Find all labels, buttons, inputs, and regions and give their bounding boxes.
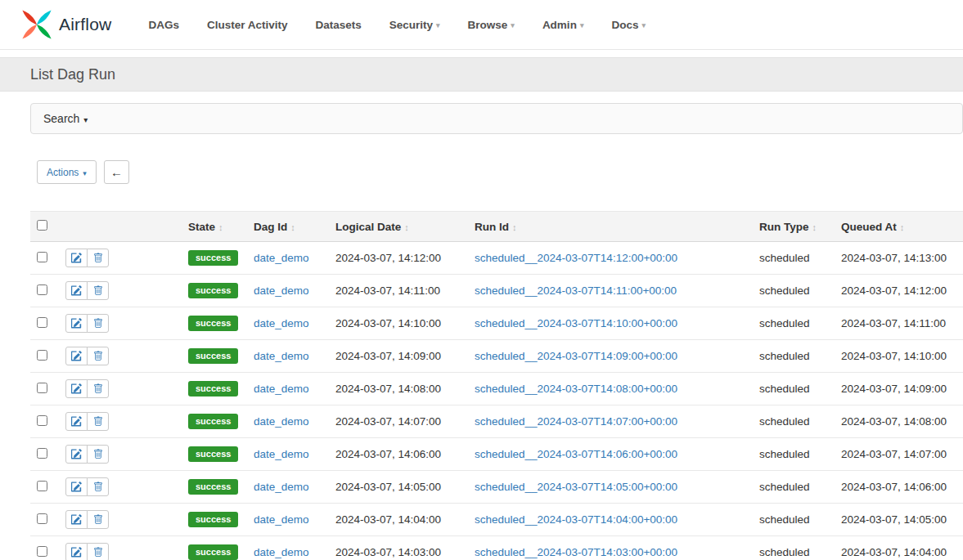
logical-date-cell: 2024-03-07, 14:08:00: [329, 373, 468, 405]
select-all-checkbox[interactable]: [37, 220, 47, 231]
run-id-link[interactable]: scheduled__2024-03-07T14:07:00+00:00: [475, 415, 677, 428]
nav-item-browse[interactable]: Browse ▾: [468, 19, 515, 31]
delete-record-button[interactable]: [87, 347, 109, 365]
edit-record-button[interactable]: [65, 314, 88, 333]
edit-record-button[interactable]: [65, 281, 88, 300]
nav-item-label: Security: [389, 19, 433, 31]
dag-id-link[interactable]: date_demo: [254, 481, 309, 493]
edit-record-button[interactable]: [65, 347, 88, 365]
row-checkbox[interactable]: [37, 513, 47, 524]
dag-id-link[interactable]: date_demo: [254, 448, 309, 460]
dag-id-link[interactable]: date_demo: [254, 350, 309, 362]
column-header-run-id[interactable]: Run Id↕: [468, 212, 753, 242]
column-header-state[interactable]: State↕: [182, 212, 247, 242]
nav-item-security[interactable]: Security ▾: [389, 19, 440, 31]
column-header-logical-date[interactable]: Logical Date↕: [329, 212, 468, 242]
search-panel-toggle[interactable]: Search ▾: [30, 103, 963, 134]
delete-record-button[interactable]: [87, 445, 109, 464]
edit-record-button[interactable]: [65, 510, 88, 529]
nav-item-dags[interactable]: DAGs: [148, 19, 179, 31]
state-badge: success: [188, 446, 238, 462]
delete-record-button[interactable]: [87, 379, 109, 398]
trash-icon: [93, 383, 103, 394]
dag-run-table: State↕ Dag Id↕ Logical Date↕ Run Id↕ Run…: [30, 211, 963, 560]
column-header-dag-id[interactable]: Dag Id↕: [247, 212, 329, 242]
dag-id-link[interactable]: date_demo: [254, 513, 309, 526]
actions-dropdown-button[interactable]: Actions ▾: [37, 160, 97, 184]
dag-id-link[interactable]: date_demo: [254, 284, 309, 297]
edit-icon: [71, 253, 82, 263]
nav-item-docs[interactable]: Docs ▾: [611, 19, 646, 31]
row-checkbox[interactable]: [37, 448, 47, 459]
caret-down-icon: ▾: [511, 20, 515, 29]
nav-item-admin[interactable]: Admin ▾: [542, 19, 584, 31]
column-header-queued-at[interactable]: Queued At↕: [835, 212, 963, 242]
top-navbar: Airflow DAGs Cluster Activity Datasets S…: [0, 0, 963, 50]
column-header-run-type[interactable]: Run Type↕: [753, 212, 835, 242]
run-id-link[interactable]: scheduled__2024-03-07T14:09:00+00:00: [475, 350, 677, 362]
nav-item-datasets[interactable]: Datasets: [315, 19, 361, 31]
edit-record-button[interactable]: [65, 379, 88, 398]
row-checkbox[interactable]: [37, 546, 47, 557]
airflow-brand[interactable]: Airflow: [20, 8, 111, 41]
logical-date-cell: 2024-03-07, 14:09:00: [329, 340, 468, 373]
row-checkbox[interactable]: [37, 415, 47, 426]
edit-record-button[interactable]: [65, 412, 88, 431]
edit-icon: [71, 449, 82, 459]
row-checkbox[interactable]: [37, 481, 47, 491]
edit-record-button[interactable]: [65, 445, 88, 464]
trash-icon: [93, 547, 103, 558]
nav-item-cluster-activity[interactable]: Cluster Activity: [207, 19, 288, 31]
dag-run-table-body: success date_demo 2024-03-07, 14:12:00 s…: [30, 242, 963, 560]
run-type-cell: scheduled: [753, 373, 835, 405]
edit-icon: [71, 416, 82, 427]
queued-at-cell: 2024-03-07, 14:05:00: [835, 504, 963, 536]
delete-record-button[interactable]: [87, 281, 109, 300]
delete-record-button[interactable]: [87, 314, 109, 333]
run-id-link[interactable]: scheduled__2024-03-07T14:05:00+00:00: [475, 481, 677, 493]
dag-id-link[interactable]: date_demo: [254, 317, 309, 329]
queued-at-cell: 2024-03-07, 14:13:00: [835, 242, 963, 275]
delete-record-button[interactable]: [87, 412, 109, 431]
row-checkbox[interactable]: [37, 383, 47, 393]
run-id-link[interactable]: scheduled__2024-03-07T14:10:00+00:00: [475, 317, 677, 329]
trash-icon: [93, 514, 103, 525]
logical-date-cell: 2024-03-07, 14:07:00: [329, 405, 468, 438]
delete-record-button[interactable]: [87, 543, 109, 560]
row-action-buttons: [65, 281, 109, 300]
edit-record-button[interactable]: [65, 543, 88, 560]
queued-at-cell: 2024-03-07, 14:04:00: [835, 536, 963, 560]
row-checkbox[interactable]: [37, 284, 47, 295]
dag-id-link[interactable]: date_demo: [254, 252, 309, 264]
dag-id-link[interactable]: date_demo: [254, 383, 309, 395]
row-checkbox[interactable]: [37, 252, 47, 262]
sort-icon: ↕: [218, 222, 223, 232]
run-id-link[interactable]: scheduled__2024-03-07T14:04:00+00:00: [475, 513, 677, 526]
delete-record-button[interactable]: [87, 477, 109, 496]
run-type-cell: scheduled: [753, 438, 835, 471]
edit-record-button[interactable]: [65, 249, 88, 267]
run-id-link[interactable]: scheduled__2024-03-07T14:06:00+00:00: [475, 448, 677, 460]
caret-down-icon: ▾: [580, 20, 584, 29]
run-id-link[interactable]: scheduled__2024-03-07T14:12:00+00:00: [475, 252, 677, 264]
select-all-header: [30, 212, 59, 242]
dag-id-link[interactable]: date_demo: [254, 546, 309, 558]
edit-icon: [71, 351, 82, 361]
run-id-link[interactable]: scheduled__2024-03-07T14:11:00+00:00: [475, 284, 677, 297]
row-checkbox[interactable]: [37, 317, 47, 328]
nav-item-label: DAGs: [148, 19, 179, 31]
caret-down-icon: ▾: [83, 114, 88, 124]
row-checkbox[interactable]: [37, 350, 47, 361]
run-type-cell: scheduled: [753, 405, 835, 438]
run-id-link[interactable]: scheduled__2024-03-07T14:08:00+00:00: [475, 383, 677, 395]
toolbar: Actions ▾ ←: [37, 160, 963, 184]
dag-id-link[interactable]: date_demo: [254, 415, 309, 428]
delete-record-button[interactable]: [87, 249, 109, 267]
run-id-link[interactable]: scheduled__2024-03-07T14:03:00+00:00: [475, 546, 677, 558]
delete-record-button[interactable]: [87, 510, 109, 529]
edit-record-button[interactable]: [65, 477, 88, 496]
queued-at-cell: 2024-03-07, 14:12:00: [835, 275, 963, 307]
back-button[interactable]: ←: [104, 160, 129, 184]
edit-icon: [71, 482, 82, 492]
table-row: success date_demo 2024-03-07, 14:06:00 s…: [30, 438, 963, 471]
